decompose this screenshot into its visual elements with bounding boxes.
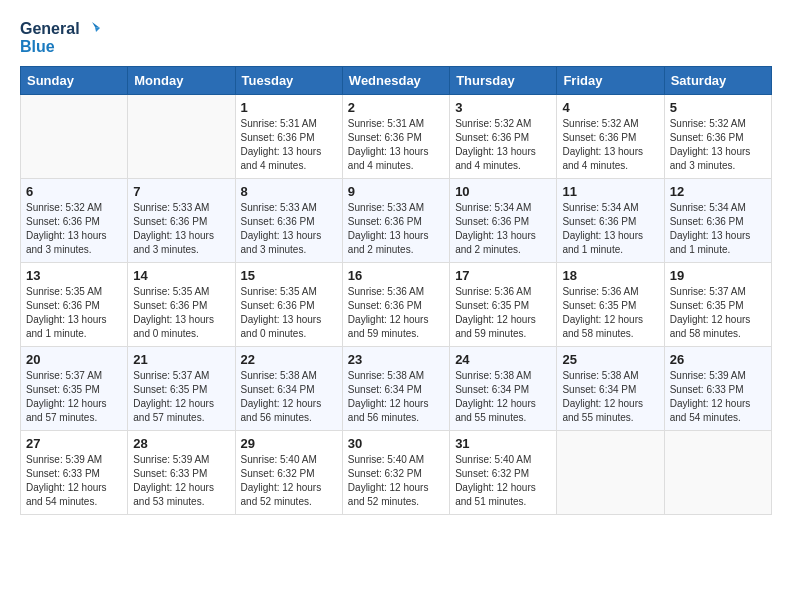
day-number: 28 xyxy=(133,436,229,451)
col-header-tuesday: Tuesday xyxy=(235,66,342,94)
calendar-cell: 5Sunrise: 5:32 AMSunset: 6:36 PMDaylight… xyxy=(664,94,771,178)
cell-content: Sunrise: 5:39 AMSunset: 6:33 PMDaylight:… xyxy=(133,453,229,509)
calendar-cell: 26Sunrise: 5:39 AMSunset: 6:33 PMDayligh… xyxy=(664,346,771,430)
calendar-cell: 1Sunrise: 5:31 AMSunset: 6:36 PMDaylight… xyxy=(235,94,342,178)
calendar-cell: 22Sunrise: 5:38 AMSunset: 6:34 PMDayligh… xyxy=(235,346,342,430)
calendar-week-1: 1Sunrise: 5:31 AMSunset: 6:36 PMDaylight… xyxy=(21,94,772,178)
col-header-friday: Friday xyxy=(557,66,664,94)
cell-content: Sunrise: 5:32 AMSunset: 6:36 PMDaylight:… xyxy=(26,201,122,257)
cell-content: Sunrise: 5:37 AMSunset: 6:35 PMDaylight:… xyxy=(670,285,766,341)
day-number: 17 xyxy=(455,268,551,283)
day-number: 3 xyxy=(455,100,551,115)
day-number: 18 xyxy=(562,268,658,283)
cell-content: Sunrise: 5:34 AMSunset: 6:36 PMDaylight:… xyxy=(670,201,766,257)
cell-content: Sunrise: 5:33 AMSunset: 6:36 PMDaylight:… xyxy=(241,201,337,257)
day-number: 23 xyxy=(348,352,444,367)
calendar-cell: 20Sunrise: 5:37 AMSunset: 6:35 PMDayligh… xyxy=(21,346,128,430)
calendar-cell: 12Sunrise: 5:34 AMSunset: 6:36 PMDayligh… xyxy=(664,178,771,262)
day-number: 15 xyxy=(241,268,337,283)
col-header-monday: Monday xyxy=(128,66,235,94)
header: General Blue xyxy=(20,20,772,56)
logo-text: General xyxy=(20,20,100,38)
calendar-week-3: 13Sunrise: 5:35 AMSunset: 6:36 PMDayligh… xyxy=(21,262,772,346)
cell-content: Sunrise: 5:32 AMSunset: 6:36 PMDaylight:… xyxy=(562,117,658,173)
calendar-cell: 28Sunrise: 5:39 AMSunset: 6:33 PMDayligh… xyxy=(128,430,235,514)
cell-content: Sunrise: 5:35 AMSunset: 6:36 PMDaylight:… xyxy=(241,285,337,341)
cell-content: Sunrise: 5:31 AMSunset: 6:36 PMDaylight:… xyxy=(348,117,444,173)
calendar-cell: 30Sunrise: 5:40 AMSunset: 6:32 PMDayligh… xyxy=(342,430,449,514)
logo-blue: Blue xyxy=(20,38,100,56)
calendar-week-5: 27Sunrise: 5:39 AMSunset: 6:33 PMDayligh… xyxy=(21,430,772,514)
calendar-cell: 3Sunrise: 5:32 AMSunset: 6:36 PMDaylight… xyxy=(450,94,557,178)
calendar-cell: 6Sunrise: 5:32 AMSunset: 6:36 PMDaylight… xyxy=(21,178,128,262)
day-number: 19 xyxy=(670,268,766,283)
col-header-thursday: Thursday xyxy=(450,66,557,94)
cell-content: Sunrise: 5:37 AMSunset: 6:35 PMDaylight:… xyxy=(133,369,229,425)
cell-content: Sunrise: 5:36 AMSunset: 6:35 PMDaylight:… xyxy=(455,285,551,341)
day-number: 22 xyxy=(241,352,337,367)
day-number: 30 xyxy=(348,436,444,451)
day-number: 21 xyxy=(133,352,229,367)
calendar-cell: 29Sunrise: 5:40 AMSunset: 6:32 PMDayligh… xyxy=(235,430,342,514)
cell-content: Sunrise: 5:40 AMSunset: 6:32 PMDaylight:… xyxy=(348,453,444,509)
svg-marker-0 xyxy=(92,22,100,28)
calendar-cell: 4Sunrise: 5:32 AMSunset: 6:36 PMDaylight… xyxy=(557,94,664,178)
calendar-cell: 13Sunrise: 5:35 AMSunset: 6:36 PMDayligh… xyxy=(21,262,128,346)
cell-content: Sunrise: 5:40 AMSunset: 6:32 PMDaylight:… xyxy=(455,453,551,509)
cell-content: Sunrise: 5:39 AMSunset: 6:33 PMDaylight:… xyxy=(670,369,766,425)
calendar-cell: 9Sunrise: 5:33 AMSunset: 6:36 PMDaylight… xyxy=(342,178,449,262)
cell-content: Sunrise: 5:34 AMSunset: 6:36 PMDaylight:… xyxy=(562,201,658,257)
day-number: 9 xyxy=(348,184,444,199)
calendar-cell xyxy=(664,430,771,514)
day-number: 20 xyxy=(26,352,122,367)
day-number: 11 xyxy=(562,184,658,199)
cell-content: Sunrise: 5:38 AMSunset: 6:34 PMDaylight:… xyxy=(348,369,444,425)
calendar-cell: 18Sunrise: 5:36 AMSunset: 6:35 PMDayligh… xyxy=(557,262,664,346)
cell-content: Sunrise: 5:38 AMSunset: 6:34 PMDaylight:… xyxy=(562,369,658,425)
cell-content: Sunrise: 5:32 AMSunset: 6:36 PMDaylight:… xyxy=(670,117,766,173)
calendar-cell: 2Sunrise: 5:31 AMSunset: 6:36 PMDaylight… xyxy=(342,94,449,178)
calendar-header-row: SundayMondayTuesdayWednesdayThursdayFrid… xyxy=(21,66,772,94)
cell-content: Sunrise: 5:33 AMSunset: 6:36 PMDaylight:… xyxy=(133,201,229,257)
calendar-cell: 10Sunrise: 5:34 AMSunset: 6:36 PMDayligh… xyxy=(450,178,557,262)
day-number: 16 xyxy=(348,268,444,283)
calendar-cell: 19Sunrise: 5:37 AMSunset: 6:35 PMDayligh… xyxy=(664,262,771,346)
cell-content: Sunrise: 5:34 AMSunset: 6:36 PMDaylight:… xyxy=(455,201,551,257)
calendar-week-4: 20Sunrise: 5:37 AMSunset: 6:35 PMDayligh… xyxy=(21,346,772,430)
cell-content: Sunrise: 5:36 AMSunset: 6:35 PMDaylight:… xyxy=(562,285,658,341)
cell-content: Sunrise: 5:36 AMSunset: 6:36 PMDaylight:… xyxy=(348,285,444,341)
day-number: 4 xyxy=(562,100,658,115)
day-number: 31 xyxy=(455,436,551,451)
calendar-cell: 25Sunrise: 5:38 AMSunset: 6:34 PMDayligh… xyxy=(557,346,664,430)
calendar-week-2: 6Sunrise: 5:32 AMSunset: 6:36 PMDaylight… xyxy=(21,178,772,262)
calendar-cell: 8Sunrise: 5:33 AMSunset: 6:36 PMDaylight… xyxy=(235,178,342,262)
cell-content: Sunrise: 5:31 AMSunset: 6:36 PMDaylight:… xyxy=(241,117,337,173)
calendar-cell: 15Sunrise: 5:35 AMSunset: 6:36 PMDayligh… xyxy=(235,262,342,346)
calendar-cell: 11Sunrise: 5:34 AMSunset: 6:36 PMDayligh… xyxy=(557,178,664,262)
calendar-cell: 7Sunrise: 5:33 AMSunset: 6:36 PMDaylight… xyxy=(128,178,235,262)
cell-content: Sunrise: 5:32 AMSunset: 6:36 PMDaylight:… xyxy=(455,117,551,173)
day-number: 8 xyxy=(241,184,337,199)
cell-content: Sunrise: 5:33 AMSunset: 6:36 PMDaylight:… xyxy=(348,201,444,257)
cell-content: Sunrise: 5:35 AMSunset: 6:36 PMDaylight:… xyxy=(26,285,122,341)
cell-content: Sunrise: 5:37 AMSunset: 6:35 PMDaylight:… xyxy=(26,369,122,425)
col-header-saturday: Saturday xyxy=(664,66,771,94)
day-number: 26 xyxy=(670,352,766,367)
day-number: 1 xyxy=(241,100,337,115)
logo-bird-icon xyxy=(82,20,100,38)
logo-general: General xyxy=(20,20,80,38)
day-number: 2 xyxy=(348,100,444,115)
calendar-cell: 21Sunrise: 5:37 AMSunset: 6:35 PMDayligh… xyxy=(128,346,235,430)
calendar-cell xyxy=(557,430,664,514)
cell-content: Sunrise: 5:38 AMSunset: 6:34 PMDaylight:… xyxy=(241,369,337,425)
day-number: 27 xyxy=(26,436,122,451)
day-number: 14 xyxy=(133,268,229,283)
calendar-cell xyxy=(21,94,128,178)
day-number: 13 xyxy=(26,268,122,283)
logo: General Blue xyxy=(20,20,100,56)
calendar-cell: 17Sunrise: 5:36 AMSunset: 6:35 PMDayligh… xyxy=(450,262,557,346)
calendar-cell xyxy=(128,94,235,178)
day-number: 5 xyxy=(670,100,766,115)
calendar-table: SundayMondayTuesdayWednesdayThursdayFrid… xyxy=(20,66,772,515)
calendar-cell: 24Sunrise: 5:38 AMSunset: 6:34 PMDayligh… xyxy=(450,346,557,430)
